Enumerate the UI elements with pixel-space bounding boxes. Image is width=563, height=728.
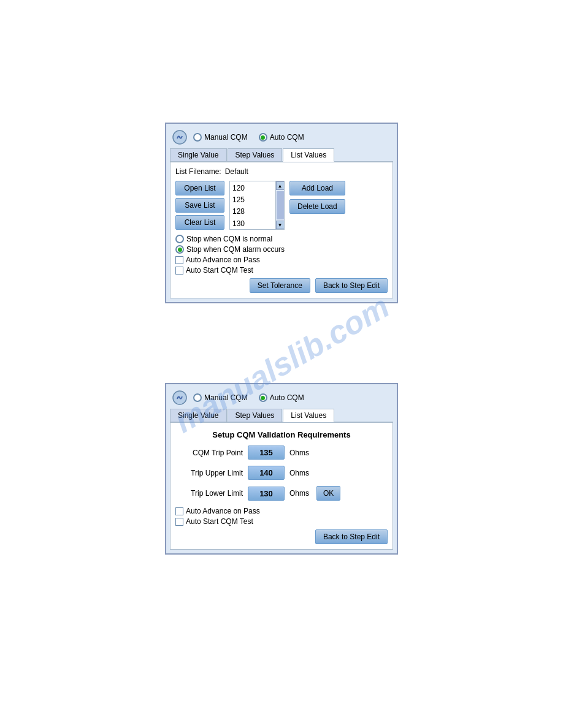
dialog-icon [172, 130, 187, 145]
panel2-tab-list-values[interactable]: List Values [283, 409, 334, 422]
panel2-back-to-step-edit-button[interactable]: Back to Step Edit [315, 529, 388, 544]
auto-cqm-radio-indicator [259, 133, 267, 142]
section-title: Setup CQM Validation Requirements [175, 430, 388, 439]
panel2-tabs: Single Value Step Values List Values [170, 409, 393, 422]
panel1-tabs: Single Value Step Values List Values [170, 148, 393, 162]
trip-point-row: CQM Trip Point Ohms [175, 446, 388, 460]
list-area: Open List Save List Clear List 120 125 1… [175, 181, 388, 230]
panel2-cqm-mode-radio-group: Manual CQM Auto CQM [193, 393, 388, 402]
trip-lower-unit: Ohms [289, 489, 309, 498]
list-button-col: Open List Save List Clear List [175, 181, 224, 230]
scroll-up-arrow[interactable]: ▲ [276, 181, 285, 190]
cqm-mode-radio-group: Manual CQM Auto CQM [193, 133, 388, 142]
panel2-auto-cqm-radio[interactable]: Auto CQM [259, 393, 304, 402]
scroll-thumb[interactable] [277, 191, 284, 219]
panel2-auto-start-option[interactable]: Auto Start CQM Test [175, 517, 388, 526]
manual-cqm-radio[interactable]: Manual CQM [193, 133, 248, 142]
panel2-header: Manual CQM Auto CQM [170, 388, 393, 409]
action-button-col: Add Load Delete Load [289, 181, 345, 230]
panel2-manual-cqm-radio[interactable]: Manual CQM [193, 393, 248, 402]
trip-point-unit: Ohms [289, 449, 309, 457]
panel2-auto-start-checkbox [175, 518, 183, 526]
tab-list-values[interactable]: List Values [283, 148, 334, 162]
trip-lower-input[interactable] [248, 487, 285, 501]
auto-advance-option[interactable]: Auto Advance on Pass [175, 256, 388, 264]
set-tolerance-button[interactable]: Set Tolerance [250, 278, 310, 293]
panel2-dialog-icon [172, 390, 187, 405]
back-to-step-edit-button[interactable]: Back to Step Edit [315, 278, 388, 293]
auto-cqm-radio[interactable]: Auto CQM [259, 133, 304, 142]
manual-cqm-radio-indicator [193, 133, 202, 142]
clear-list-button[interactable]: Clear List [175, 215, 224, 230]
panel1-content: List Filename: Default Open List Save Li… [170, 162, 393, 298]
trip-upper-label: Trip Upper Limit [175, 469, 243, 477]
save-list-button[interactable]: Save List [175, 198, 224, 213]
delete-load-button[interactable]: Delete Load [289, 199, 345, 214]
trip-upper-input[interactable] [248, 466, 285, 480]
panel2-tab-single-value[interactable]: Single Value [170, 409, 227, 422]
stop-alarm-radio [175, 245, 184, 254]
panel1-header: Manual CQM Auto CQM [170, 127, 393, 148]
panel2-bottom-row: Back to Step Edit [175, 529, 388, 544]
stop-normal-radio [175, 235, 184, 243]
stop-normal-option[interactable]: Stop when CQM is normal [175, 235, 388, 243]
panel2-content: Setup CQM Validation Requirements CQM Tr… [170, 422, 393, 550]
panel2-options: Auto Advance on Pass Auto Start CQM Test [175, 507, 388, 526]
ok-button[interactable]: OK [316, 486, 340, 501]
panel1-bottom-row: Set Tolerance Back to Step Edit [175, 278, 388, 293]
tab-step-values[interactable]: Step Values [228, 148, 283, 161]
add-load-button[interactable]: Add Load [289, 181, 345, 195]
trip-point-input[interactable] [248, 446, 285, 460]
filename-row: List Filename: Default [175, 167, 388, 176]
auto-start-checkbox [175, 267, 183, 275]
stop-options: Stop when CQM is normal Stop when CQM al… [175, 235, 388, 275]
trip-upper-row: Trip Upper Limit Ohms [175, 466, 388, 480]
trip-upper-unit: Ohms [289, 469, 309, 477]
panel2-auto-advance-checkbox [175, 507, 183, 515]
panel2-auto-advance-option[interactable]: Auto Advance on Pass [175, 507, 388, 515]
trip-lower-label: Trip Lower Limit [175, 489, 243, 498]
auto-advance-checkbox [175, 256, 183, 264]
panel1-dialog: Manual CQM Auto CQM Single Value Step Va… [165, 123, 398, 303]
open-list-button[interactable]: Open List [175, 181, 224, 195]
list-scrollbar[interactable]: ▲ ▼ [275, 181, 284, 229]
scroll-down-arrow[interactable]: ▼ [276, 221, 285, 229]
list-box[interactable]: 120 125 128 130 ▲ ▼ [229, 181, 285, 230]
trip-point-label: CQM Trip Point [175, 449, 243, 457]
trip-lower-row: Trip Lower Limit Ohms OK [175, 486, 388, 501]
panel2-tab-step-values[interactable]: Step Values [228, 409, 283, 422]
auto-start-option[interactable]: Auto Start CQM Test [175, 266, 388, 275]
tab-single-value[interactable]: Single Value [170, 148, 227, 161]
panel2-auto-cqm-radio-indicator [259, 393, 267, 402]
stop-alarm-option[interactable]: Stop when CQM alarm occurs [175, 245, 388, 254]
panel2-dialog: Manual CQM Auto CQM Single Value Step Va… [165, 383, 398, 555]
panel2-manual-cqm-radio-indicator [193, 393, 202, 402]
